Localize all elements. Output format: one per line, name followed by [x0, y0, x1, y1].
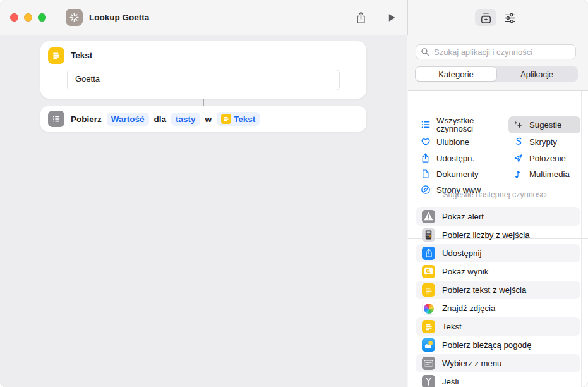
document-icon [420, 169, 431, 180]
share-icon [420, 153, 431, 164]
category-suggestions[interactable]: Sugestie [513, 116, 561, 133]
share-icon [355, 11, 367, 25]
suggestions-list: Pokaż alert Pobierz liczby z wejścia [416, 207, 580, 387]
panel-divider [407, 0, 408, 35]
if-icon [422, 375, 435, 387]
zoom-button[interactable] [38, 13, 46, 22]
library-content: Wszystkie czynności Ulubione Udostępn. [408, 90, 588, 387]
search-icon [421, 47, 429, 56]
play-icon [387, 13, 397, 23]
suggestion-label: Udostępnij [442, 249, 481, 258]
action-library-icon [480, 12, 492, 24]
category-label: Położenie [529, 154, 566, 163]
value-type-label: Wartość [111, 114, 145, 124]
category-media[interactable]: Multimedia [513, 166, 570, 182]
category-label: Udostępn. [436, 154, 474, 163]
suggestion-label: Pobierz bieżącą pogodę [442, 340, 532, 350]
suggestion-label: Pobierz tekst z wejścia [442, 285, 526, 295]
action-prep-w: w [205, 114, 212, 124]
suggestion-get-numbers[interactable]: Pobierz liczby z wejścia [416, 226, 580, 244]
tab-aplikacje[interactable]: Aplikacje [496, 67, 577, 81]
close-button[interactable] [10, 13, 18, 22]
value-type-parameter[interactable]: Wartość [107, 113, 149, 126]
category-label: Wszystkie czynności [436, 116, 495, 133]
category-label: Sugestie [529, 120, 561, 130]
key-parameter[interactable]: tasty [171, 113, 200, 126]
list-icon [420, 120, 431, 130]
calculator-icon [422, 228, 435, 242]
workflow-canvas: Tekst Goetta Pobierz Wartość dla tasty [0, 35, 407, 387]
action-card-text[interactable]: Tekst Goetta [40, 41, 366, 99]
category-scripting[interactable]: Skrypty [513, 133, 557, 150]
suggestion-text[interactable]: Tekst [416, 317, 580, 336]
location-icon [513, 153, 524, 164]
menu-icon [422, 357, 435, 370]
shortcut-settings-button[interactable] [500, 9, 519, 26]
category-sharing[interactable]: Udostępn. [420, 150, 474, 166]
text-icon [422, 283, 435, 297]
category-label: Multimedia [529, 169, 570, 179]
share-icon [422, 247, 435, 260]
category-documents[interactable]: Dokumenty [420, 166, 479, 182]
scripting-icon [513, 137, 524, 147]
suggestion-show-alert[interactable]: Pokaż alert [416, 207, 580, 226]
text-action-icon [48, 47, 64, 64]
action-card-get-dictionary-value[interactable]: Pobierz Wartość dla tasty w Tekst [40, 106, 366, 132]
suggestion-share[interactable]: Udostępnij [416, 244, 580, 262]
suggestion-if[interactable]: Jeśli [416, 372, 580, 387]
flow-connector [203, 99, 204, 106]
variable-parameter[interactable]: Tekst [217, 112, 260, 126]
suggestion-get-weather[interactable]: Pobierz bieżącą pogodę [416, 336, 580, 354]
category-label: Dokumenty [436, 169, 479, 179]
action-sentence: Pobierz Wartość dla tasty w Tekst [71, 106, 260, 132]
share-button[interactable] [352, 9, 369, 27]
suggestion-label: Pobierz liczby z wejścia [442, 230, 530, 240]
starburst-icon [69, 12, 80, 23]
run-shortcut-button[interactable] [383, 9, 400, 27]
suggestion-label: Wybierz z menu [442, 359, 501, 368]
dictionary-action-icon [48, 111, 64, 127]
window-title: Lookup Goetta [89, 0, 149, 35]
category-favorites[interactable]: Ulubione [420, 133, 469, 150]
photos-icon [422, 302, 435, 315]
action-library-panel: Kategorie Aplikacje Wszystkie czynności [408, 35, 588, 387]
text-value-field[interactable]: Goetta [67, 70, 340, 90]
suggestion-show-result[interactable]: Pokaż wynik [416, 262, 580, 281]
action-title: Tekst [71, 51, 92, 60]
shortcut-app-icon [66, 9, 83, 26]
weather-icon [422, 338, 435, 352]
category-label: Skrypty [529, 137, 557, 147]
suggestion-get-text[interactable]: Pobierz tekst z wejścia [416, 281, 580, 299]
category-label: Ulubione [436, 137, 469, 147]
music-note-icon [513, 169, 524, 180]
search-input[interactable] [433, 47, 571, 58]
heart-icon [420, 137, 431, 147]
shortcuts-window: Lookup Goetta [0, 0, 588, 387]
text-icon [422, 320, 435, 333]
sliders-icon [504, 12, 516, 24]
title-bar: Lookup Goetta [0, 0, 588, 35]
scroll-track-line [581, 91, 582, 387]
key-label: tasty [176, 114, 196, 124]
suggestion-choose-from-menu[interactable]: Wybierz z menu [416, 354, 580, 372]
library-tabs: Kategorie Aplikacje [415, 66, 578, 82]
action-prep-dla: dla [154, 114, 167, 124]
category-location[interactable]: Położenie [513, 150, 566, 166]
traffic-lights [10, 13, 46, 22]
suggestion-label: Znajdź zdjęcia [442, 304, 495, 313]
suggestions-header: Sugestie następnej czynności [408, 190, 582, 199]
suggestion-find-photos[interactable]: Znajdź zdjęcia [416, 299, 580, 317]
tab-kategorie[interactable]: Kategorie [416, 67, 496, 81]
suggestion-label: Pokaż alert [442, 212, 484, 221]
action-verb: Pobierz [71, 114, 102, 124]
sparkles-icon [513, 120, 524, 130]
action-library-button[interactable] [475, 9, 496, 26]
search-field[interactable] [416, 44, 576, 59]
alert-icon [422, 210, 435, 223]
category-all-actions[interactable]: Wszystkie czynności [420, 114, 495, 135]
minimize-button[interactable] [24, 13, 32, 22]
suggestion-label: Jeśli [442, 377, 459, 386]
text-variable-icon [221, 114, 231, 124]
show-result-icon [422, 265, 435, 278]
variable-label: Tekst [234, 114, 255, 124]
